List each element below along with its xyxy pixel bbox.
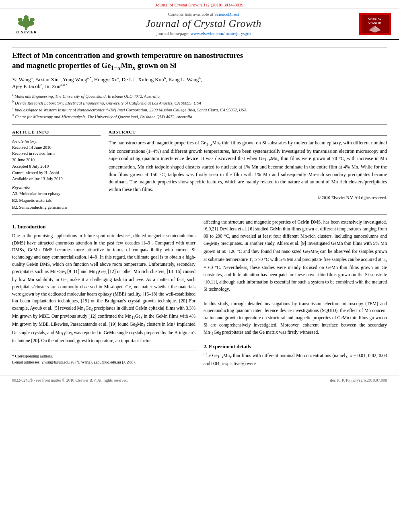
revised-label: Received in revised form bbox=[12, 150, 101, 157]
article-title: Effect of Mn concentration and growth te… bbox=[12, 51, 387, 72]
communicated-by: Communicated by H. Asahi bbox=[12, 170, 101, 176]
crystal-growth-logo-area: CRYSTAL GROWTH bbox=[351, 13, 391, 35]
experiment-title: 2. Experiment details bbox=[204, 343, 387, 351]
svg-point-7 bbox=[30, 18, 35, 22]
svg-text:CRYSTAL: CRYSTAL bbox=[368, 17, 382, 20]
info-abstract-section: ARTICLE INFO Article history: Received 1… bbox=[12, 128, 387, 211]
journal-header: ELSEVIER Contents lists available at Sci… bbox=[0, 8, 399, 40]
doi-text: doi:10.1016/j.jcrysgro.2010.07.008 bbox=[330, 378, 387, 382]
affiliations: a Materials Engineering, The University … bbox=[12, 92, 387, 120]
intro-paragraph: Due to the promising applications in fut… bbox=[12, 232, 195, 345]
svg-point-5 bbox=[28, 21, 34, 26]
body-left-col: 1. Introduction Due to the promising app… bbox=[12, 219, 195, 368]
keywords-label: Keywords: bbox=[12, 185, 101, 190]
keyword-1: A3. Molecular beam epitaxy bbox=[12, 191, 101, 197]
info-abstract-divider bbox=[12, 124, 387, 125]
svg-text:GROWTH: GROWTH bbox=[368, 21, 381, 24]
body-divider bbox=[12, 214, 387, 215]
journal-homepage: journal homepage: www.elsevier.com/locat… bbox=[56, 31, 351, 36]
keyword-3: B2. Semiconducting germanium bbox=[12, 204, 101, 211]
footnote-corresponding: * Corresponding authors. bbox=[12, 353, 195, 359]
elsevier-tree-icon bbox=[14, 13, 38, 30]
title-divider bbox=[12, 47, 387, 47]
copyright: © 2010 Elsevier B.V. All rights reserved… bbox=[109, 195, 387, 200]
intro-title: 1. Introduction bbox=[12, 223, 195, 231]
keyword-2: B2. Magnetic materials bbox=[12, 197, 101, 204]
sciencedirect-link[interactable]: ScienceDirect bbox=[214, 12, 239, 16]
right-para-2: In this study, through detailed investig… bbox=[204, 300, 387, 337]
journal-header-center: Contents lists available at ScienceDirec… bbox=[56, 12, 351, 36]
article-info-header: ARTICLE INFO bbox=[12, 128, 101, 136]
crystal-growth-icon: CRYSTAL GROWTH bbox=[361, 15, 389, 33]
abstract-header: ABSTRACT bbox=[109, 128, 387, 136]
crystal-growth-logo: CRYSTAL GROWTH bbox=[359, 13, 391, 35]
svg-rect-0 bbox=[25, 27, 27, 30]
history-label: Article history: bbox=[12, 139, 101, 144]
footnote-area: * Corresponding authors. E-mail addresse… bbox=[12, 351, 195, 365]
article-info-col: ARTICLE INFO Article history: Received 1… bbox=[12, 128, 101, 211]
elsevier-logo-area: ELSEVIER bbox=[8, 13, 56, 35]
authors: Ya Wanga, Faxian Xiub, Yong Wanga,*, Hon… bbox=[12, 76, 387, 90]
page: Journal of Crystal Growth 312 (2010) 303… bbox=[0, 0, 399, 532]
journal-citation: Journal of Crystal Growth 312 (2010) 303… bbox=[156, 2, 244, 7]
accepted-date: Accepted 8 July 2010 bbox=[12, 163, 101, 170]
right-para-1: affecting the structure and magnetic pro… bbox=[204, 219, 387, 293]
footnote-emails: E-mail addresses: y.wang4@uq.edu.au (Y. … bbox=[12, 359, 195, 365]
bottom-bar: 0022-0248/$ - see front matter © 2010 El… bbox=[0, 376, 399, 384]
abstract-text: The nanostructures and magnetic properti… bbox=[109, 139, 387, 193]
issn-text: 0022-0248/$ - see front matter © 2010 El… bbox=[12, 378, 128, 382]
svg-point-3 bbox=[24, 15, 29, 19]
article-body: Effect of Mn concentration and growth te… bbox=[0, 40, 399, 372]
abstract-col: ABSTRACT The nanostructures and magnetic… bbox=[109, 128, 387, 211]
received-date: Received 14 June 2010 bbox=[12, 144, 101, 151]
keywords-section: Keywords: A3. Molecular beam epitaxy B2.… bbox=[12, 185, 101, 211]
journal-title: Journal of Crystal Growth bbox=[56, 18, 351, 30]
svg-point-4 bbox=[18, 21, 25, 26]
elsevier-wordmark: ELSEVIER bbox=[15, 30, 37, 34]
svg-point-6 bbox=[18, 18, 23, 22]
experiment-text: The Ge1−xMnx thin films with different n… bbox=[204, 352, 387, 368]
body-right-col: affecting the structure and magnetic pro… bbox=[204, 219, 387, 368]
journal-top-bar: Journal of Crystal Growth 312 (2010) 303… bbox=[0, 0, 399, 8]
main-body: 1. Introduction Due to the promising app… bbox=[12, 219, 387, 368]
sciencedirect-info: Contents lists available at ScienceDirec… bbox=[56, 12, 351, 16]
elsevier-logo: ELSEVIER bbox=[8, 13, 44, 35]
revised-date: 30 June 2010 bbox=[12, 157, 101, 163]
journal-url[interactable]: www.elsevier.com/locate/jcrysgro bbox=[191, 31, 251, 36]
available-online: Available online 13 July 2010 bbox=[12, 176, 101, 182]
